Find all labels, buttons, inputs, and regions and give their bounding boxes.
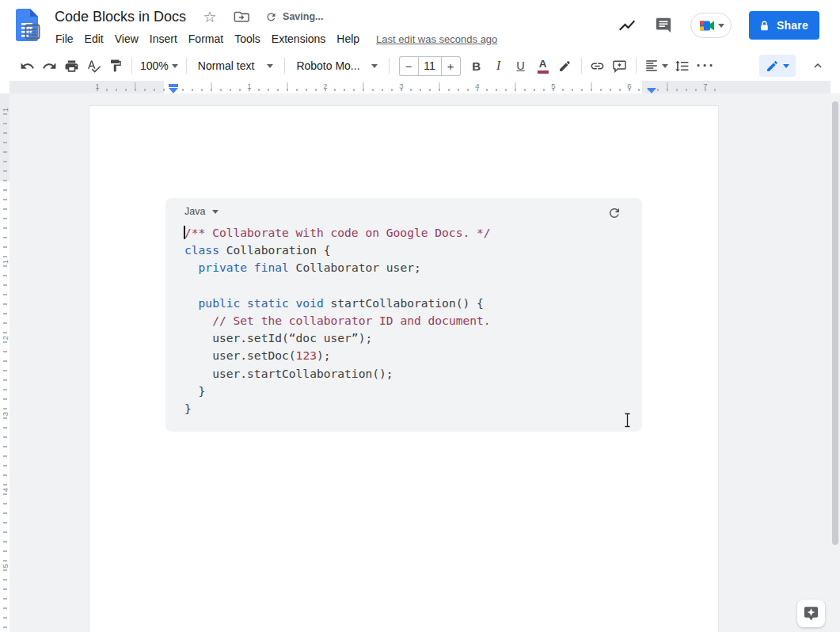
v-ruler-mark: 2: [1, 333, 10, 343]
document-canvas[interactable]: Java /** Collaborate with code on Google…: [0, 93, 840, 632]
show-document-outline-button[interactable]: [23, 22, 42, 41]
v-ruler-mark: 1: [1, 257, 10, 267]
collapse-chevron-icon: [811, 59, 824, 72]
h-ruler-mark: 4: [475, 82, 479, 90]
document-outline-icon: [24, 23, 41, 40]
editing-mode-caret: [783, 64, 789, 68]
menu-extensions[interactable]: Extensions: [266, 31, 331, 47]
zoom-select[interactable]: 100%: [137, 55, 181, 77]
h-ruler-mark: 7: [703, 82, 707, 90]
menu-file[interactable]: File: [50, 31, 79, 47]
highlight-color-button[interactable]: [554, 55, 576, 77]
toolbar-separator: [581, 58, 582, 74]
more-options-button[interactable]: ···: [694, 55, 719, 77]
code-line[interactable]: }: [184, 383, 491, 400]
toolbar-separator: [636, 58, 637, 74]
code-line[interactable]: public static void startCollaboration() …: [184, 295, 491, 312]
explore-button[interactable]: [797, 600, 825, 627]
h-ruler-mark: 3: [399, 82, 403, 90]
align-button[interactable]: [641, 55, 671, 77]
hide-menus-button[interactable]: [807, 55, 829, 77]
code-line[interactable]: user.startCollaboration();: [184, 365, 491, 383]
menu-edit[interactable]: Edit: [79, 31, 109, 47]
text-cursor-caret: [184, 226, 185, 239]
vertical-ruler[interactable]: 112345: [0, 93, 10, 632]
code-language-select[interactable]: Java: [184, 206, 219, 217]
share-button[interactable]: Share: [749, 11, 819, 40]
code-lines[interactable]: /** Collaborate with code on Google Docs…: [184, 224, 491, 417]
h-ruler-mark: 6: [627, 82, 631, 90]
styles-value: Normal text: [198, 59, 255, 72]
decrease-font-size-button[interactable]: −: [399, 56, 418, 76]
menu-bar: FileEditViewInsertFormatToolsExtensionsH…: [50, 30, 497, 48]
code-block[interactable]: Java /** Collaborate with code on Google…: [165, 198, 642, 432]
line-spacing-button[interactable]: [671, 55, 694, 77]
font-value: Roboto Mo...: [296, 59, 359, 72]
menu-tools[interactable]: Tools: [229, 31, 266, 47]
vertical-scrollbar[interactable]: [832, 101, 838, 545]
text-color-button[interactable]: A: [532, 55, 554, 77]
h-ruler-mark: |: [667, 82, 668, 89]
code-line[interactable]: }: [184, 400, 491, 417]
join-meet-button[interactable]: [690, 13, 732, 38]
code-line[interactable]: user.setId(“doc user”);: [184, 329, 491, 347]
add-comment-button[interactable]: [609, 55, 631, 77]
menu-view[interactable]: View: [109, 31, 144, 47]
pencil-icon: [766, 59, 779, 73]
first-line-indent-marker[interactable]: [169, 84, 178, 87]
code-line[interactable]: user.setDoc(123);: [184, 347, 491, 364]
share-label: Share: [777, 19, 808, 32]
refresh-code-icon[interactable]: [607, 206, 621, 220]
menu-help[interactable]: Help: [331, 31, 365, 47]
document-title[interactable]: Code Blocks in Docs: [55, 9, 186, 25]
h-ruler-mark: |: [135, 82, 136, 89]
code-line[interactable]: /** Collaborate with code on Google Docs…: [184, 224, 491, 242]
font-size-input[interactable]: 11: [418, 56, 442, 76]
h-ruler-mark: |: [515, 82, 516, 89]
print-button[interactable]: [60, 55, 82, 77]
zoom-value: 100%: [140, 59, 169, 72]
font-select[interactable]: Roboto Mo...: [290, 55, 383, 77]
google-meet-icon: [698, 19, 716, 32]
code-line[interactable]: // Set the collaborator ID and document.: [184, 312, 491, 329]
menu-format[interactable]: Format: [183, 31, 229, 47]
redo-button[interactable]: [38, 55, 60, 77]
underline-button[interactable]: U: [510, 55, 532, 77]
increase-font-size-button[interactable]: +: [442, 56, 461, 76]
code-line[interactable]: [184, 277, 491, 295]
toolbar: 100% Normal text Roboto Mo... − 11 + B I…: [0, 51, 840, 81]
spell-check-button[interactable]: [82, 55, 105, 77]
right-indent-marker[interactable]: [647, 88, 656, 93]
text-color-icon: A: [538, 59, 549, 74]
docs-activity-icon[interactable]: [618, 16, 637, 35]
h-ruler-mark: |: [287, 82, 288, 89]
bold-button[interactable]: B: [466, 55, 488, 77]
insert-link-button[interactable]: [587, 55, 609, 77]
mouse-ibeam-cursor: [623, 413, 632, 428]
code-line[interactable]: private final Collaborator user;: [184, 259, 491, 276]
paint-format-button[interactable]: [105, 55, 127, 77]
google-docs-window: Code Blocks in Docs ☆ Saving... FileEdit…: [0, 0, 840, 632]
code-line[interactable]: class Collaboration {: [184, 242, 491, 259]
language-caret-icon: [212, 210, 219, 214]
horizontal-ruler[interactable]: 1||1|2|3|4|5|6|7: [10, 81, 830, 93]
undo-button[interactable]: [16, 55, 38, 77]
star-icon[interactable]: ☆: [202, 9, 218, 25]
zoom-caret-icon: [172, 64, 178, 68]
editing-mode-button[interactable]: [759, 55, 796, 77]
styles-select[interactable]: Normal text: [192, 55, 280, 77]
toolbar-separator: [186, 58, 187, 74]
move-to-folder-icon[interactable]: [234, 9, 249, 25]
lock-icon: [758, 20, 770, 32]
toolbar-separator: [284, 58, 285, 74]
meet-dropdown-caret: [718, 24, 724, 28]
italic-button[interactable]: I: [488, 55, 510, 77]
line-spacing-icon: [675, 59, 690, 74]
last-edit-link[interactable]: Last edit was seconds ago: [376, 33, 497, 45]
h-ruler-mark: |: [363, 82, 364, 89]
comment-history-icon[interactable]: [654, 16, 673, 35]
left-indent-marker[interactable]: [169, 84, 178, 93]
toolbar-separator: [131, 58, 132, 74]
header-actions: Share: [618, 10, 819, 40]
menu-insert[interactable]: Insert: [144, 31, 183, 47]
